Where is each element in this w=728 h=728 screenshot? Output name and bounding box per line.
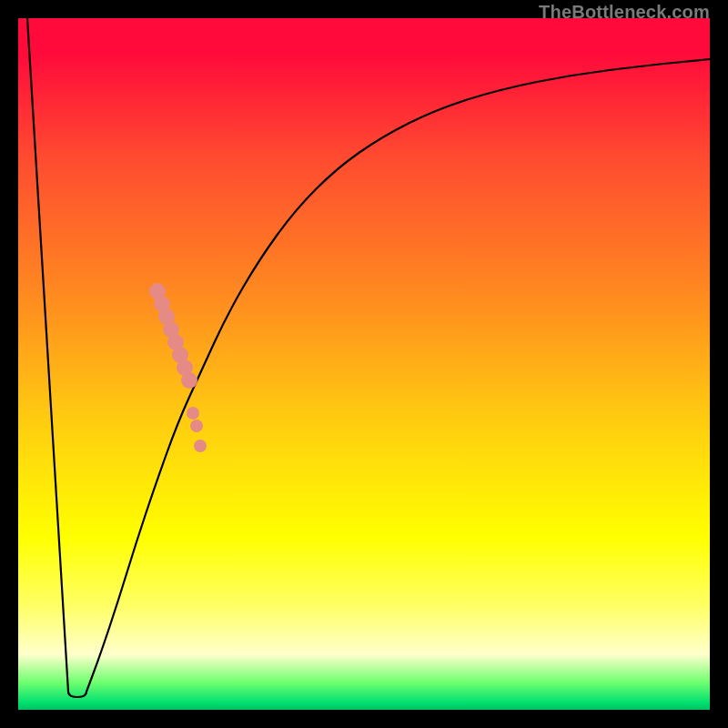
marker-point xyxy=(187,407,199,420)
bottleneck-curve xyxy=(27,18,710,697)
marker-point xyxy=(190,420,203,432)
marker-point xyxy=(181,372,197,389)
chart-svg xyxy=(18,18,710,710)
chart-frame: TheBottleneck.com xyxy=(0,0,728,728)
marker-cluster xyxy=(149,283,207,452)
marker-point xyxy=(194,440,207,452)
plot-area xyxy=(18,18,710,710)
attribution-text: TheBottleneck.com xyxy=(539,2,710,23)
